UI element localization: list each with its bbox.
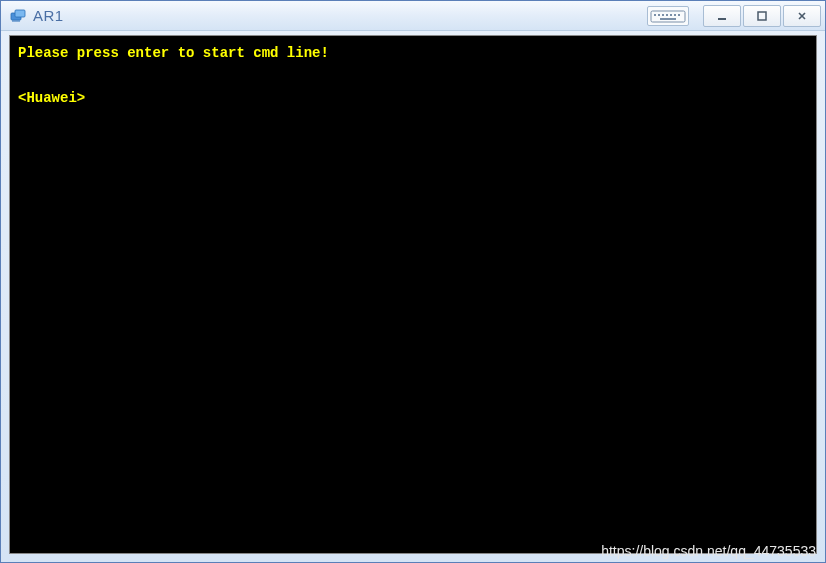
application-window: AR1	[0, 0, 826, 563]
maximize-button[interactable]	[743, 5, 781, 27]
svg-rect-3	[651, 11, 685, 22]
titlebar[interactable]: AR1	[1, 1, 825, 31]
minimize-button[interactable]	[703, 5, 741, 27]
svg-rect-4	[654, 14, 656, 16]
svg-rect-9	[674, 14, 676, 16]
close-button[interactable]	[783, 5, 821, 27]
window-controls	[647, 5, 821, 27]
svg-rect-8	[670, 14, 672, 16]
svg-rect-11	[660, 18, 676, 20]
svg-rect-5	[658, 14, 660, 16]
svg-rect-10	[678, 14, 680, 16]
window-title: AR1	[33, 7, 647, 24]
svg-rect-1	[15, 10, 25, 17]
svg-rect-7	[666, 14, 668, 16]
terminal-output-line: Please press enter to start cmd line!	[18, 42, 808, 64]
terminal-blank-line	[18, 64, 808, 86]
svg-rect-13	[758, 12, 766, 20]
keyboard-indicator-icon[interactable]	[647, 6, 689, 26]
terminal-prompt: <Huawei>	[18, 87, 808, 109]
app-icon	[9, 7, 27, 25]
svg-rect-6	[662, 14, 664, 16]
terminal-area[interactable]: Please press enter to start cmd line! <H…	[9, 35, 817, 554]
